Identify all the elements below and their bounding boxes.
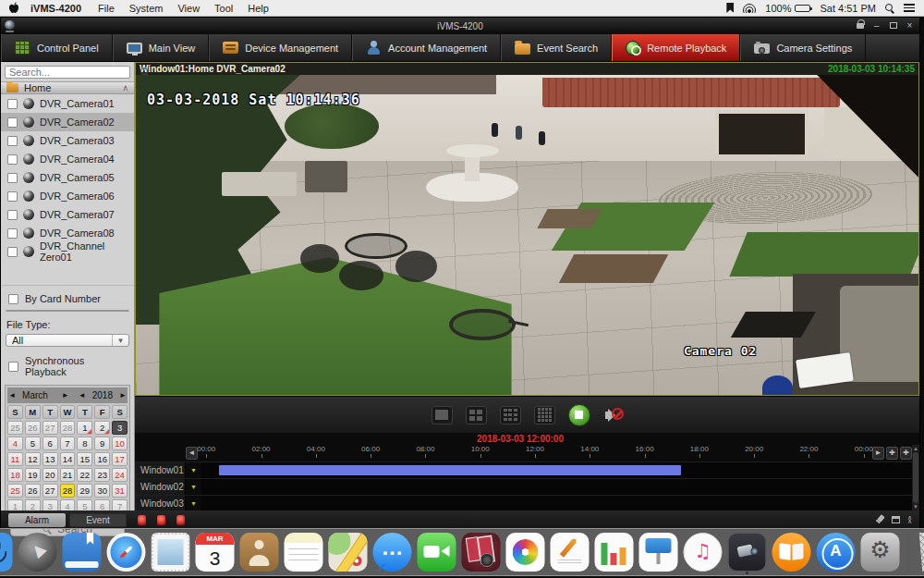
menu-file[interactable]: File: [98, 3, 115, 14]
tab-account-management[interactable]: Account Management: [352, 34, 501, 61]
calendar-day[interactable]: 26: [25, 484, 41, 498]
calendar-day[interactable]: 10: [112, 437, 128, 450]
camera-checkbox[interactable]: [7, 228, 18, 239]
next-year-arrow[interactable]: ►: [116, 391, 129, 400]
dock-finder-icon[interactable]: [0, 533, 13, 572]
camera-item-dvr-camera04[interactable]: DVR_Camera04: [1, 150, 134, 168]
dock-ibooks-icon[interactable]: [772, 533, 811, 572]
dock-notes-icon[interactable]: [285, 533, 323, 572]
calendar-day[interactable]: 11: [7, 452, 23, 466]
dock-photo-booth-icon[interactable]: [462, 533, 501, 572]
camera-item-dvr-camera08[interactable]: DVR_Camera08: [1, 224, 134, 242]
camera-checkbox[interactable]: [7, 136, 18, 146]
camera-item-dvr-camera07[interactable]: DVR_Camera07: [1, 205, 134, 224]
calendar-day[interactable]: 21: [60, 468, 76, 482]
menu-help[interactable]: Help: [248, 3, 269, 14]
tab-event-search[interactable]: Event Search: [501, 34, 612, 61]
camera-checkbox[interactable]: [7, 247, 18, 257]
camera-item-dvr-camera05[interactable]: DVR_Camera05: [1, 168, 134, 187]
camera-search-box[interactable]: [5, 66, 130, 79]
spotlight-search-icon[interactable]: [885, 4, 894, 13]
calendar-day[interactable]: 19: [25, 468, 41, 482]
calendar-day[interactable]: 25: [7, 484, 23, 498]
search-input[interactable]: [9, 67, 140, 78]
dock-trash-icon[interactable]: [918, 533, 924, 572]
calendar-day[interactable]: 13: [43, 452, 58, 466]
timeline-track[interactable]: [201, 496, 912, 510]
scrollbar-thumb[interactable]: [913, 452, 918, 503]
dock-numbers-icon[interactable]: [595, 533, 634, 572]
calendar-day[interactable]: 28: [60, 484, 76, 498]
timeline-scroll-right-button[interactable]: ►: [872, 447, 884, 460]
calendar-day[interactable]: 9: [94, 437, 110, 450]
minimize-button[interactable]: –: [870, 19, 882, 31]
dock-keynote-icon[interactable]: [639, 533, 678, 572]
dock-system-preferences-icon[interactable]: [861, 533, 900, 572]
timeline-zoom-in-button[interactable]: ✚: [886, 447, 898, 460]
collapse-icon[interactable]: ∧∧: [907, 516, 912, 523]
prev-year-arrow[interactable]: ◄: [76, 391, 89, 400]
camera-item-dvr-camera03[interactable]: DVR_Camera03: [1, 131, 134, 150]
calendar-day[interactable]: 20: [43, 468, 58, 482]
calendar-day[interactable]: 7: [60, 437, 76, 450]
camera-checkbox[interactable]: [7, 117, 18, 128]
battery-status[interactable]: 100%: [765, 3, 810, 14]
timeline-track[interactable]: [201, 462, 912, 478]
calendar-day[interactable]: 3: [112, 421, 128, 435]
camera-checkbox[interactable]: [7, 210, 18, 220]
camera-checkbox[interactable]: [7, 191, 18, 202]
apple-logo-icon[interactable]: [9, 2, 19, 14]
tab-control-panel[interactable]: Control Panel: [1, 34, 113, 61]
menu-tool[interactable]: Tool: [214, 3, 233, 14]
dock-launchpad-icon[interactable]: [18, 533, 57, 572]
dock-facetime-icon[interactable]: [418, 533, 456, 572]
camera-checkbox[interactable]: [7, 99, 18, 109]
calendar-day[interactable]: 6: [43, 437, 58, 450]
menubar-app-name[interactable]: iVMS-4200: [30, 3, 81, 14]
calendar-day[interactable]: 12: [25, 452, 41, 466]
calendar-day[interactable]: 17: [112, 452, 128, 466]
file-type-select[interactable]: All ▼: [6, 334, 129, 347]
tab-remote-playback[interactable]: Remote Playback: [612, 34, 740, 61]
dock-maps-icon[interactable]: [329, 533, 368, 572]
tab-camera-settings[interactable]: Camera Settings: [740, 34, 866, 61]
bookmark-icon[interactable]: [726, 3, 734, 13]
scroll-up-arrow[interactable]: ▲: [913, 446, 918, 451]
timeline-scroll-left-button[interactable]: ◄: [186, 447, 198, 460]
wifi-icon[interactable]: [743, 4, 756, 13]
chevron-down-icon[interactable]: ▼: [186, 484, 201, 490]
camera-checkbox[interactable]: [7, 173, 18, 183]
next-month-arrow[interactable]: ►: [59, 391, 72, 400]
calendar-day[interactable]: 30: [94, 484, 110, 498]
sync-playback-row[interactable]: Synchronous Playback: [1, 349, 134, 383]
dock-contacts-icon[interactable]: [240, 533, 279, 572]
calendar-day[interactable]: 31: [112, 484, 128, 498]
timeline-track[interactable]: [201, 479, 912, 495]
camera-group-header[interactable]: Home ∧: [1, 81, 134, 94]
calendar-day[interactable]: 5: [25, 437, 41, 450]
timeline-scrollbar[interactable]: ▲ ▼: [912, 445, 919, 510]
calendar-day[interactable]: 22: [77, 468, 92, 482]
timeline-zoom-out-button[interactable]: ✚: [900, 447, 912, 460]
lock-icon[interactable]: [854, 19, 866, 31]
tab-device-management[interactable]: Device Management: [209, 34, 352, 61]
calendar-day[interactable]: 1: [77, 421, 92, 435]
window-titlebar[interactable]: iVMS-4200 – ×: [1, 18, 919, 34]
stop-playback-button[interactable]: [568, 404, 590, 426]
dock-safari-icon[interactable]: [107, 533, 146, 572]
menu-view[interactable]: View: [177, 3, 200, 14]
dock-pages-icon[interactable]: [551, 533, 590, 572]
timeline-ticks[interactable]: 00:0002:0004:0006:0008:0010:0012:0014:00…: [200, 445, 870, 461]
alarm-tab[interactable]: Alarm: [8, 513, 66, 527]
by-card-number-row[interactable]: By Card Number: [1, 286, 134, 308]
scroll-down-arrow[interactable]: ▼: [913, 504, 918, 510]
layout-4-window-button[interactable]: [466, 406, 487, 424]
camera-item-dvr-camera06[interactable]: DVR_Camera06: [1, 187, 134, 205]
calendar-day[interactable]: 29: [77, 484, 92, 498]
video-display[interactable]: 03-03-2018 Sat 10:14:36 Camera 02: [136, 75, 918, 395]
calendar-day[interactable]: 26: [25, 421, 41, 435]
calendar-day[interactable]: 14: [60, 452, 76, 466]
layout-16-window-button[interactable]: [534, 406, 555, 424]
calendar-day[interactable]: 8: [77, 437, 92, 450]
camera-item-dvr-camera02[interactable]: DVR_Camera02: [1, 113, 134, 131]
